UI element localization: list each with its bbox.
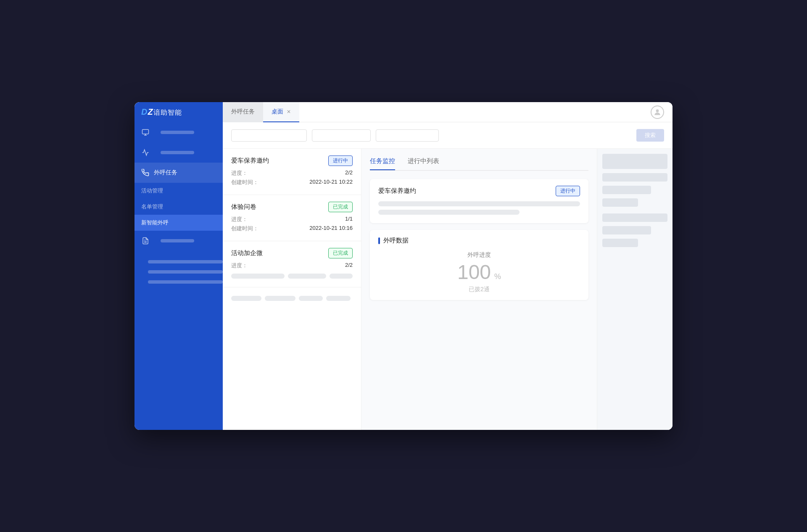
task-2-progress-label: 进度： [231, 216, 248, 223]
tab-desktop-label: 桌面 [272, 108, 283, 116]
content-body: 爱车保养邀约 进行中 进度： 2/2 创建时间： 2022-10-21 10:2… [223, 149, 672, 430]
rp-block-6 [602, 226, 651, 234]
rp-block-7 [602, 239, 638, 247]
task-card-3-header: 活动加企微 已完成 [231, 248, 353, 258]
doc-icon [141, 237, 150, 245]
outbound-calls-label: 已拨2通 [378, 286, 580, 293]
tab-outbound[interactable]: 外呼任务 [223, 102, 263, 122]
task-1-progress-label: 进度： [231, 169, 248, 177]
outbound-progress-value: 100 [457, 262, 491, 282]
outbound-progress-label: 外呼进度 [378, 251, 580, 259]
logo-suffix: 谙助智能 [153, 109, 182, 116]
chart-icon [141, 148, 150, 157]
outbound-progress-value-row: 100 % [378, 262, 580, 282]
task-2-created: 创建时间： 2022-10-21 10:16 [231, 225, 353, 232]
task-card-1-header: 爱车保养邀约 进行中 [231, 155, 353, 166]
task-card-3[interactable]: 活动加企微 已完成 进度： 2/2 [223, 241, 361, 287]
task-card-2-header: 体验问卷 已完成 [231, 202, 353, 212]
sidebar-item-monitor[interactable] [134, 122, 223, 142]
search-button[interactable]: 搜索 [636, 129, 664, 142]
outbound-stats: 外呼进度 100 % 已拨2通 [378, 251, 580, 293]
tab-bar: 外呼任务 桌面 ✕ [223, 102, 651, 122]
title-bar: DZ谙助智能 外呼任务 桌面 ✕ [134, 102, 672, 122]
task-1-progress: 进度： 2/2 [231, 169, 353, 177]
task-1-progress-value: 2/2 [345, 169, 353, 177]
filter-input-3[interactable] [376, 129, 439, 142]
task-3-progress-value: 2/2 [345, 262, 353, 269]
task-1-status: 进行中 [328, 155, 353, 166]
svg-point-0 [656, 109, 659, 112]
sidebar-sub-smart[interactable]: 新智能外呼 [134, 215, 223, 231]
detail-tab-ongoing[interactable]: 进行中列表 [408, 157, 439, 170]
task-2-created-value: 2022-10-21 10:16 [309, 225, 353, 232]
content-area: 搜索 爱车保养邀约 进行中 进度： 2/2 [223, 122, 672, 430]
logo-prefix: D [141, 107, 148, 116]
sidebar-item-chart[interactable] [134, 142, 223, 163]
rp-block-5 [602, 213, 667, 222]
svg-rect-1 [142, 129, 149, 134]
tab-close-icon[interactable]: ✕ [287, 109, 291, 115]
app-window: DZ谙助智能 外呼任务 桌面 ✕ [134, 102, 672, 430]
task-card-2[interactable]: 体验问卷 已完成 进度： 1/1 创建时间： 2022-10-21 10:16 [223, 195, 361, 241]
task-2-progress: 进度： 1/1 [231, 216, 353, 223]
sidebar-sub-smart-label: 新智能外呼 [141, 219, 169, 226]
rp-block-3 [602, 186, 651, 194]
filter-input-2[interactable] [312, 129, 371, 142]
main-layout: 外呼任务 活动管理 名单管理 新智能外呼 [134, 122, 672, 430]
right-panel [597, 149, 672, 430]
outbound-progress-unit: % [494, 272, 501, 281]
outbound-title-text: 外呼数据 [383, 237, 409, 245]
detail-panel: 任务监控 进行中列表 爱车保养邀约 进行中 [361, 149, 597, 430]
task-2-status: 已完成 [328, 202, 353, 212]
tab-desktop[interactable]: 桌面 ✕ [263, 102, 299, 122]
app-logo: DZ谙助智能 [141, 107, 182, 117]
task-3-progress-label: 进度： [231, 262, 248, 269]
task-3-name: 活动加企微 [231, 249, 263, 257]
task-1-created-label: 创建时间： [231, 179, 258, 186]
sidebar-outbound-label: 外呼任务 [154, 169, 177, 176]
monitor-task-name: 爱车保养邀约 [378, 187, 416, 195]
monitor-icon [141, 128, 150, 137]
sidebar-sub-activity[interactable]: 活动管理 [134, 183, 223, 199]
rp-block-4 [602, 198, 638, 207]
task-3-status: 已完成 [328, 248, 353, 258]
phone-icon [141, 169, 150, 177]
task-2-name: 体验问卷 [231, 203, 256, 211]
task-2-progress-value: 1/1 [345, 216, 353, 223]
sidebar-sub-activity-label: 活动管理 [141, 187, 163, 195]
task-list: 爱车保养邀约 进行中 进度： 2/2 创建时间： 2022-10-21 10:2… [223, 149, 361, 430]
rp-block-1 [602, 154, 667, 169]
task-3-progress: 进度： 2/2 [231, 262, 353, 269]
task-card-1[interactable]: 爱车保养邀约 进行中 进度： 2/2 创建时间： 2022-10-21 10:2… [223, 149, 361, 195]
sidebar-item-outbound[interactable]: 外呼任务 [134, 163, 223, 183]
detail-tab-monitor[interactable]: 任务监控 [370, 157, 395, 170]
logo-area: DZ谙助智能 [134, 102, 223, 122]
task-2-created-label: 创建时间： [231, 225, 258, 232]
monitor-section: 爱车保养邀约 进行中 [370, 179, 588, 223]
sidebar-sub-list-label: 名单管理 [141, 203, 163, 211]
detail-tabs: 任务监控 进行中列表 [370, 157, 588, 171]
sidebar: 外呼任务 活动管理 名单管理 新智能外呼 [134, 122, 223, 430]
outbound-section-title: 外呼数据 [378, 237, 580, 245]
sidebar-item-doc[interactable] [134, 231, 223, 251]
rp-block-2 [602, 173, 667, 182]
monitor-task-status: 进行中 [556, 186, 580, 196]
filter-input-1[interactable] [231, 129, 307, 142]
outbound-section: 外呼数据 外呼进度 100 % 已拨2通 [370, 230, 588, 300]
section-title-bar [378, 237, 380, 244]
task-1-created-value: 2022-10-21 10:22 [309, 179, 353, 186]
sidebar-sub-list[interactable]: 名单管理 [134, 199, 223, 215]
monitor-task-row: 爱车保养邀约 进行中 [378, 186, 580, 196]
filter-bar: 搜索 [223, 122, 672, 149]
task-1-name: 爱车保养邀约 [231, 157, 269, 165]
tab-outbound-label: 外呼任务 [231, 108, 255, 116]
user-avatar[interactable] [651, 105, 664, 119]
task-1-created: 创建时间： 2022-10-21 10:22 [231, 179, 353, 186]
